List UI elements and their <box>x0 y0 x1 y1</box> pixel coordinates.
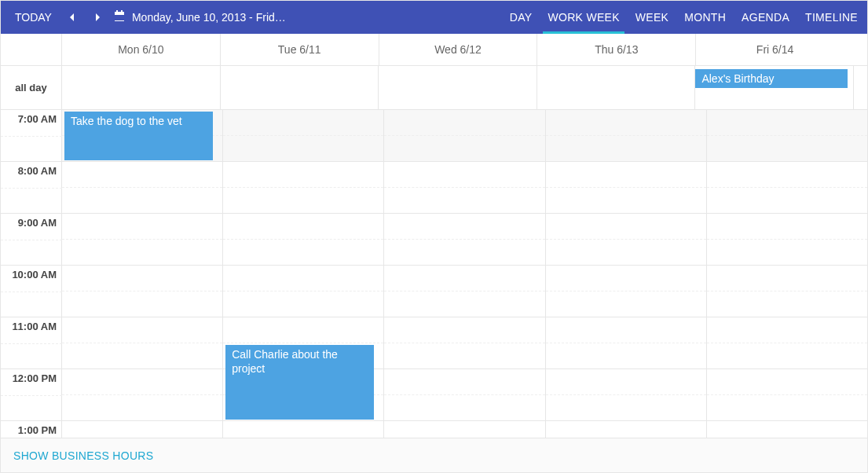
time-slot[interactable] <box>546 369 706 395</box>
time-slot[interactable] <box>546 421 706 438</box>
time-slot[interactable] <box>384 110 544 136</box>
allday-event[interactable]: Alex's Birthday <box>695 69 848 88</box>
column-header-fri[interactable]: Fri 6/14 <box>696 34 854 65</box>
time-slot[interactable] <box>707 240 867 266</box>
hour-label: 1:00 PM <box>1 421 61 438</box>
time-slot[interactable] <box>384 343 544 369</box>
view-agenda[interactable]: AGENDA <box>742 1 789 34</box>
time-slot[interactable] <box>223 240 383 266</box>
time-slot[interactable] <box>223 292 383 317</box>
scheduler: TODAY Monday, June 10, 2013 - Frid… DAYW… <box>0 0 868 473</box>
event[interactable]: Take the dog to the vet <box>64 112 213 160</box>
view-month[interactable]: MONTH <box>684 1 726 34</box>
time-slot[interactable] <box>384 421 544 438</box>
time-slot[interactable] <box>707 421 867 438</box>
time-slot[interactable] <box>707 214 867 240</box>
time-slot[interactable] <box>62 369 222 395</box>
time-slot[interactable] <box>384 317 544 343</box>
column-header-thu[interactable]: Thu 6/13 <box>537 34 696 65</box>
scroll-spacer <box>854 66 867 109</box>
scroll-spacer <box>854 34 867 65</box>
column-header-wed[interactable]: Wed 6/12 <box>379 34 538 65</box>
time-slot[interactable] <box>223 110 383 136</box>
allday-cells: Alex's Birthday <box>62 66 854 109</box>
time-grid: 7:00 AM8:00 AM9:00 AM10:00 AM11:00 AM12:… <box>1 110 867 438</box>
view-week[interactable]: WEEK <box>635 1 668 34</box>
show-business-hours-button[interactable]: SHOW BUSINESS HOURS <box>13 449 153 462</box>
time-slot[interactable] <box>62 421 222 438</box>
time-slot[interactable] <box>384 188 544 214</box>
time-slot[interactable] <box>62 266 222 292</box>
time-gutter: 7:00 AM8:00 AM9:00 AM10:00 AM11:00 AM12:… <box>1 110 62 438</box>
time-slot[interactable] <box>546 188 706 214</box>
next-button[interactable] <box>88 8 107 27</box>
time-slot[interactable] <box>384 240 544 266</box>
allday-cell[interactable] <box>537 66 696 109</box>
chevron-left-icon <box>68 11 76 24</box>
date-range-picker[interactable]: Monday, June 10, 2013 - Frid… <box>132 11 286 24</box>
view-day[interactable]: DAY <box>510 1 533 34</box>
time-slot[interactable] <box>707 162 867 188</box>
time-slot[interactable] <box>223 162 383 188</box>
day-column-wed <box>384 110 545 438</box>
time-slot[interactable] <box>707 395 867 421</box>
time-slot[interactable] <box>546 343 706 369</box>
time-slot[interactable] <box>384 136 544 162</box>
time-slot[interactable] <box>223 136 383 162</box>
time-slot[interactable] <box>62 240 222 266</box>
time-slot[interactable] <box>546 317 706 343</box>
time-slot[interactable] <box>546 240 706 266</box>
view-timeline[interactable]: TIMELINE <box>805 1 858 34</box>
time-slot[interactable] <box>546 136 706 162</box>
time-slot[interactable] <box>223 266 383 292</box>
column-header-tue[interactable]: Tue 6/11 <box>221 34 379 65</box>
time-slot[interactable] <box>62 162 222 188</box>
allday-row: all day Alex's Birthday <box>1 66 867 110</box>
hour-label: 10:00 AM <box>1 266 61 317</box>
time-slot[interactable] <box>223 214 383 240</box>
time-slot[interactable] <box>384 369 544 395</box>
time-slot[interactable] <box>546 266 706 292</box>
time-slot[interactable] <box>707 188 867 214</box>
time-slot[interactable] <box>707 343 867 369</box>
view-workweek[interactable]: WORK WEEK <box>548 1 619 34</box>
time-slot[interactable] <box>546 162 706 188</box>
event[interactable]: Call Charlie about the project <box>225 345 374 420</box>
time-slot[interactable] <box>223 188 383 214</box>
today-button[interactable]: TODAY <box>10 8 57 27</box>
column-header-mon[interactable]: Mon 6/10 <box>62 34 221 65</box>
time-slot[interactable] <box>223 317 383 343</box>
time-slot[interactable] <box>384 214 544 240</box>
hour-label: 8:00 AM <box>1 162 61 214</box>
allday-label: all day <box>1 66 62 109</box>
time-slot[interactable] <box>707 136 867 162</box>
time-slot[interactable] <box>707 369 867 395</box>
allday-cell[interactable] <box>221 66 379 109</box>
time-slot[interactable] <box>223 421 383 438</box>
prev-button[interactable] <box>63 8 82 27</box>
allday-cell[interactable] <box>379 66 537 109</box>
time-slot[interactable] <box>62 317 222 343</box>
time-slot[interactable] <box>62 343 222 369</box>
time-slot[interactable] <box>62 214 222 240</box>
calendar-icon[interactable] <box>113 10 126 25</box>
time-slot[interactable] <box>707 110 867 136</box>
time-slot[interactable] <box>62 188 222 214</box>
time-slot[interactable] <box>707 317 867 343</box>
time-slot[interactable] <box>384 292 544 317</box>
time-slot[interactable] <box>707 266 867 292</box>
time-slot[interactable] <box>546 214 706 240</box>
time-slot[interactable] <box>707 292 867 317</box>
time-slot[interactable] <box>546 292 706 317</box>
time-grid-scroll[interactable]: 7:00 AM8:00 AM9:00 AM10:00 AM11:00 AM12:… <box>1 110 867 438</box>
time-slot[interactable] <box>384 266 544 292</box>
time-slot[interactable] <box>62 292 222 317</box>
time-slot[interactable] <box>62 395 222 421</box>
time-slot[interactable] <box>384 162 544 188</box>
time-slot[interactable] <box>384 395 544 421</box>
time-slot[interactable] <box>546 395 706 421</box>
time-slot[interactable] <box>546 110 706 136</box>
allday-cell[interactable] <box>62 66 221 109</box>
hour-label: 7:00 AM <box>1 110 61 162</box>
day-column-mon: Take the dog to the vet <box>62 110 223 438</box>
